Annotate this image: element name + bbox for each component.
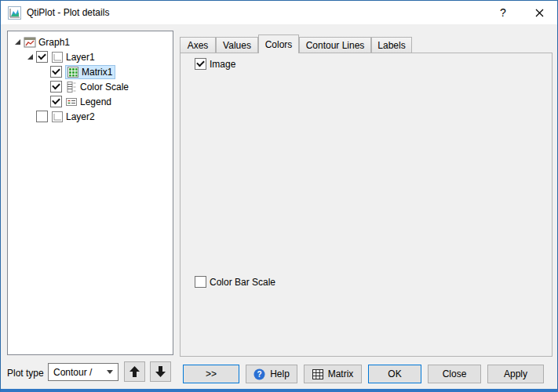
button-label: Matrix <box>328 368 354 379</box>
legend-checkbox[interactable] <box>50 96 62 107</box>
button-label: Help <box>270 368 290 379</box>
graph-icon <box>24 36 36 49</box>
colors-tab-pane <box>180 53 553 357</box>
button-label: OK <box>388 368 401 379</box>
tab-colors[interactable]: Colors <box>258 34 299 53</box>
window-close-button[interactable] <box>521 1 557 24</box>
color-bar-scale-label: Color Bar Scale <box>210 277 275 288</box>
tree-item-label: Layer1 <box>66 52 95 63</box>
arrow-up-icon <box>129 366 140 377</box>
plot-type-combo[interactable]: Contour / <box>48 363 119 381</box>
object-tree: Graph1 Layer1 <box>7 31 173 355</box>
legend-icon <box>65 96 78 108</box>
layer1-checkbox[interactable] <box>36 51 48 63</box>
selected-tree-item: Matrix1 <box>65 65 115 79</box>
tree-item-matrix1[interactable]: Matrix1 <box>8 64 173 79</box>
chevron-down-icon <box>107 370 113 374</box>
tree-item-layer2[interactable]: Layer2 <box>8 109 173 124</box>
tab-values[interactable]: Values <box>216 37 258 53</box>
plot-type-value: Contour / <box>53 367 92 378</box>
expander-icon[interactable] <box>13 39 24 45</box>
titlebar: QtiPlot - Plot details ? <box>1 1 557 24</box>
color-scale-icon <box>65 81 78 93</box>
expander-icon[interactable] <box>25 54 36 60</box>
color-scale-checkbox[interactable] <box>50 81 62 93</box>
tab-label: Colors <box>265 39 293 50</box>
layer-icon <box>51 111 64 123</box>
tree-item-label: Layer2 <box>66 111 95 122</box>
tree-item-layer1[interactable]: Layer1 <box>8 49 173 64</box>
layer-icon <box>51 51 64 64</box>
app-icon <box>8 6 21 20</box>
tree-item-label: Color Scale <box>80 82 129 93</box>
matrix-button[interactable]: Matrix <box>304 365 362 383</box>
tab-label: Labels <box>377 40 405 51</box>
arrow-down-icon <box>155 366 166 377</box>
window-title: QtiPlot - Plot details <box>27 7 109 18</box>
tab-label: Values <box>223 40 251 51</box>
move-layer-up-button[interactable] <box>124 361 145 382</box>
tree-item-color-scale[interactable]: Color Scale <box>8 79 173 94</box>
window-help-button[interactable]: ? <box>485 1 521 24</box>
tab-label: Axes <box>188 40 209 51</box>
tree-item-graph1[interactable]: Graph1 <box>8 34 173 49</box>
svg-text:?: ? <box>257 370 262 379</box>
tab-label: Contour Lines <box>306 40 365 51</box>
ok-button[interactable]: OK <box>368 365 421 383</box>
tab-axes[interactable]: Axes <box>180 37 216 53</box>
button-label: Apply <box>504 368 527 379</box>
expand-button[interactable]: >> <box>183 365 239 383</box>
help-button[interactable]: ? Help <box>246 365 297 383</box>
tree-item-label: Matrix1 <box>82 67 112 78</box>
plot-type-label: Plot type <box>7 368 44 379</box>
tab-labels[interactable]: Labels <box>371 37 412 53</box>
tree-item-label: Legend <box>80 96 111 107</box>
close-icon <box>535 9 544 17</box>
close-button[interactable]: Close <box>428 365 481 383</box>
plot-details-dialog: QtiPlot - Plot details ? Graph1 <box>0 0 558 392</box>
layer2-checkbox[interactable] <box>36 111 48 122</box>
apply-button[interactable]: Apply <box>487 365 544 383</box>
image-checkbox[interactable] <box>195 58 206 70</box>
tree-item-legend[interactable]: Legend <box>8 94 173 109</box>
button-label: Close <box>443 368 467 379</box>
tree-item-label: Graph1 <box>38 37 70 48</box>
color-bar-scale-checkbox[interactable] <box>195 276 206 288</box>
move-layer-down-button[interactable] <box>150 361 171 382</box>
matrix-icon <box>67 66 79 78</box>
matrix1-checkbox[interactable] <box>50 66 62 78</box>
button-label: >> <box>206 368 217 379</box>
image-group-label: Image <box>210 59 235 70</box>
matrix-icon <box>312 369 323 379</box>
help-icon: ? <box>253 368 265 380</box>
tab-contour-lines[interactable]: Contour Lines <box>299 37 371 53</box>
